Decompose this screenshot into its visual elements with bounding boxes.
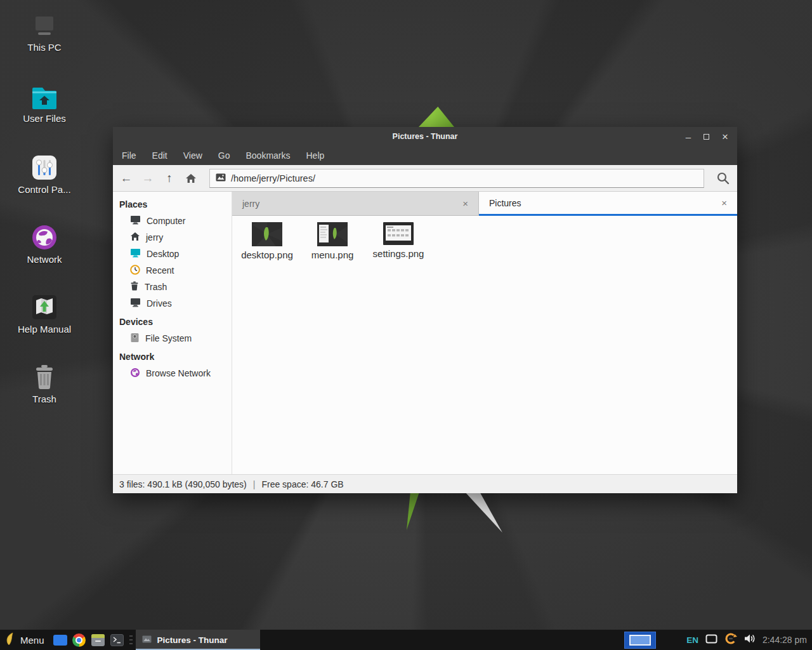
desktop-icon-label: Help Manual [6, 324, 82, 335]
up-button[interactable]: ↑ [159, 169, 180, 188]
taskbar-window-button[interactable]: Pictures - Thunar [136, 630, 260, 650]
chrome-browser-icon[interactable] [70, 630, 89, 650]
desktop-icon-trash[interactable]: Trash [6, 364, 82, 404]
tab-label: Pictures [489, 198, 715, 208]
file-list: desktop.png [232, 216, 737, 474]
workspace-window-preview [629, 635, 651, 646]
thunar-window: Pictures - Thunar – × File Edit View Go … [113, 127, 737, 493]
file-manager-icon[interactable] [89, 630, 108, 650]
status-free-space: Free space: 46.7 GB [261, 479, 343, 489]
file-name: settings.png [367, 248, 430, 259]
tab-bar: jerry × Pictures × [232, 192, 737, 216]
menu-go[interactable]: Go [218, 150, 230, 161]
file-name: desktop.png [235, 249, 299, 260]
this-pc-icon [6, 15, 82, 39]
tab-close-icon[interactable]: × [456, 198, 468, 209]
search-button[interactable] [710, 168, 735, 189]
clock[interactable]: 2:44:28 pm [763, 635, 807, 645]
sidebar-item-browse-network[interactable]: Browse Network [113, 365, 232, 381]
file-settings-png[interactable]: settings.png [367, 222, 430, 259]
home-icon [130, 232, 140, 243]
desktop-icon-label: Network [6, 254, 82, 265]
menu-button[interactable]: Menu [0, 630, 51, 650]
blue-window-icon[interactable] [51, 630, 70, 650]
display-tray-icon[interactable] [705, 634, 717, 646]
home-button[interactable] [180, 169, 202, 188]
sidebar-item-desktop[interactable]: Desktop [113, 246, 232, 262]
menu-view[interactable]: View [183, 150, 202, 161]
desktop-icon-this-pc[interactable]: This PC [6, 15, 82, 53]
desktop-icon-help-manual[interactable]: Help Manual [6, 295, 82, 335]
browse-network-globe-icon [130, 368, 140, 380]
menubar: File Edit View Go Bookmarks Help [113, 146, 737, 165]
sidebar-item-drives[interactable]: Drives [113, 295, 232, 312]
volume-icon[interactable] [744, 633, 756, 646]
menu-file[interactable]: File [122, 150, 136, 161]
menu-bookmarks[interactable]: Bookmarks [246, 150, 290, 161]
close-button[interactable]: × [722, 131, 728, 142]
sidebar-item-file-system[interactable]: File System [113, 330, 232, 347]
keyboard-layout-indicator[interactable]: EN [686, 635, 698, 645]
tab-label: jerry [242, 199, 456, 209]
trash-icon [130, 281, 139, 293]
desktop-icon-label: This PC [6, 42, 82, 53]
user-files-folder-icon [6, 85, 82, 110]
tab-pictures[interactable]: Pictures × [479, 192, 737, 216]
sidebar-item-jerry[interactable]: jerry [113, 229, 232, 246]
desktop: This PC User Files Cont [0, 0, 812, 650]
titlebar[interactable]: Pictures - Thunar – × [113, 127, 737, 146]
sidebar-item-trash[interactable]: Trash [113, 279, 232, 295]
workspace-switcher[interactable] [624, 632, 656, 649]
path-text: /home/jerry/Pictures/ [231, 173, 315, 183]
menu-button-label: Menu [20, 635, 44, 646]
sidebar-item-label: File System [145, 333, 192, 343]
sidebar-item-label: Browse Network [146, 368, 211, 378]
settings-png-thumbnail [367, 222, 430, 245]
desktop-icon-label: User Files [6, 113, 82, 124]
update-manager-icon[interactable] [724, 632, 737, 647]
desktop-icon-label: Trash [6, 394, 82, 404]
sidebar-item-label: jerry [146, 232, 163, 242]
desktop-icon-control-panel[interactable]: Control Pa... [6, 155, 82, 195]
sidebar-item-label: Recent [146, 265, 174, 275]
help-manual-icon [6, 295, 82, 321]
desktop-icon-network[interactable]: Network [6, 225, 82, 265]
network-globe-icon [6, 225, 82, 251]
sidebar-item-label: Desktop [147, 249, 179, 259]
panel-drag-handle-icon[interactable] [129, 630, 134, 650]
drives-icon [130, 298, 141, 309]
sidebar-header-devices: Devices [113, 312, 232, 330]
forward-button[interactable]: → [137, 169, 159, 188]
status-bar: 3 files: 490.1 kB (490,050 bytes) | Free… [113, 474, 737, 493]
desktop-icon-user-files[interactable]: User Files [6, 85, 82, 124]
sidebar-item-recent[interactable]: Recent [113, 262, 232, 279]
desktop-icon-label: Control Pa... [6, 184, 82, 195]
status-separator: | [253, 479, 256, 489]
tab-close-icon[interactable]: × [715, 197, 727, 208]
back-button[interactable]: ← [115, 169, 137, 188]
status-files-summary: 3 files: 490.1 kB (490,050 bytes) [119, 479, 247, 489]
menu-edit[interactable]: Edit [152, 150, 167, 161]
file-menu-png[interactable]: menu.png [301, 222, 364, 260]
taskbar: Menu Pictures - Thunar EN [0, 630, 812, 650]
file-desktop-png[interactable]: desktop.png [235, 222, 299, 260]
sidebar-header-places: Places [113, 194, 232, 213]
desktop-png-thumbnail [235, 222, 299, 246]
path-bar[interactable]: /home/jerry/Pictures/ [209, 169, 704, 188]
tab-jerry[interactable]: jerry × [232, 192, 479, 216]
desktop-monitor-icon [130, 248, 141, 260]
sidebar-item-computer[interactable]: Computer [113, 213, 232, 229]
toolbar: ← → ↑ /home/jerry/Pictures/ [113, 165, 737, 192]
maximize-button[interactable] [704, 134, 709, 140]
file-pane: jerry × Pictures × [232, 192, 737, 474]
sidebar: Places Computer jerry Desktop Recent [113, 192, 232, 474]
control-panel-icon [6, 155, 82, 182]
file-name: menu.png [301, 249, 364, 260]
system-tray: EN 2:44:28 pm [686, 632, 812, 647]
minimize-button[interactable]: – [686, 132, 691, 142]
terminal-icon[interactable] [108, 630, 127, 650]
sidebar-item-label: Drives [147, 298, 172, 308]
taskbar-window-label: Pictures - Thunar [157, 635, 228, 645]
menu-help[interactable]: Help [306, 150, 325, 161]
computer-icon [130, 215, 141, 227]
